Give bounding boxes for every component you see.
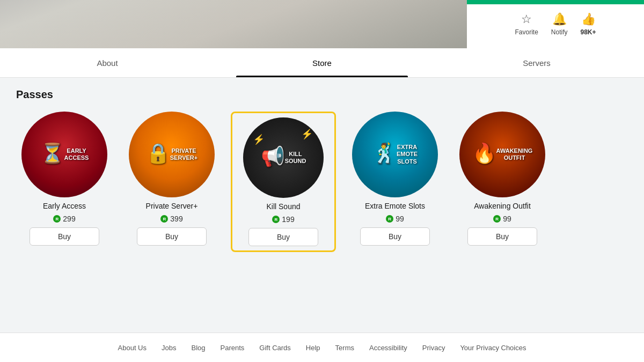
pass-price-extra-emote: R 99	[386, 215, 404, 223]
passes-grid: ⏳ EARLYACCESS Early Access R 299 Buy 🔒 P…	[16, 112, 628, 252]
footer-link-about-us[interactable]: About Us	[118, 344, 147, 352]
count-button[interactable]: 👍 98K+	[581, 12, 596, 36]
pass-name-awakening: Awakening Outfit	[474, 202, 531, 210]
footer-link-accessibility[interactable]: Accessibility	[369, 344, 407, 352]
pass-card-awakening: 🔥 AWAKENINGOUTFIT Awakening Outfit R 99 …	[454, 112, 551, 246]
robux-icon-private: R	[160, 215, 168, 223]
footer-link-parents[interactable]: Parents	[221, 344, 245, 352]
buy-button-extra-emote[interactable]: Buy	[360, 227, 430, 246]
tabs-bar: About Store Servers	[0, 48, 644, 78]
passes-title: Passes	[16, 88, 628, 101]
tab-about[interactable]: About	[0, 48, 215, 77]
thumbsup-icon: 👍	[581, 12, 596, 26]
robux-icon-early: R	[53, 215, 61, 223]
header-actions: ☆ Favorite 🔔 Notify 👍 98K+	[467, 0, 644, 48]
pass-image-early-access: ⏳ EARLYACCESS	[21, 112, 107, 197]
favorite-button[interactable]: ☆ Favorite	[515, 12, 538, 36]
pass-name-private-server: Private Server+	[146, 202, 198, 210]
buy-button-early-access[interactable]: Buy	[30, 227, 99, 246]
main-content: Passes ⏳ EARLYACCESS Early Access R 299 …	[0, 78, 644, 333]
favorite-label: Favorite	[515, 28, 538, 36]
footer-link-privacy[interactable]: Privacy	[422, 344, 445, 352]
pass-name-early-access: Early Access	[43, 202, 86, 210]
footer-link-jobs[interactable]: Jobs	[162, 344, 176, 352]
pass-image-private-server: 🔒 PRIVATESERVER+	[129, 112, 215, 197]
footer-link-blog[interactable]: Blog	[191, 344, 205, 352]
robux-icon-awakening: R	[493, 215, 501, 223]
pass-price-early-access: R 299	[53, 215, 75, 223]
pass-image-extra-emote: 🕺 EXTRAEMOTESLOTS	[352, 112, 438, 197]
green-top-bar	[467, 0, 644, 4]
bell-icon: 🔔	[552, 12, 567, 26]
pass-image-kill-sound: 📢 KILLSOUND	[243, 117, 324, 198]
footer-link-gift-cards[interactable]: Gift Cards	[259, 344, 291, 352]
pass-card-early-access: ⏳ EARLYACCESS Early Access R 299 Buy	[16, 112, 113, 246]
footer: About Us Jobs Blog Parents Gift Cards He…	[0, 333, 644, 362]
fire-icon: 🔥	[472, 142, 496, 165]
lock-icon: 🔒	[146, 142, 170, 165]
hourglass-icon: ⏳	[40, 142, 64, 165]
pass-card-private-server: 🔒 PRIVATESERVER+ Private Server+ R 399 B…	[123, 112, 220, 246]
tab-servers[interactable]: Servers	[429, 48, 644, 77]
robux-icon-kill: R	[272, 216, 280, 223]
notify-label: Notify	[551, 28, 568, 36]
pass-name-extra-emote: Extra Emote Slots	[365, 202, 425, 210]
pass-card-kill-sound: 📢 KILLSOUND Kill Sound R 199 Buy	[231, 112, 336, 252]
footer-link-terms[interactable]: Terms	[335, 344, 354, 352]
header-image	[0, 0, 467, 48]
tab-store[interactable]: Store	[215, 48, 429, 77]
notify-button[interactable]: 🔔 Notify	[551, 12, 568, 36]
pass-price-awakening: R 99	[493, 215, 511, 223]
header: ☆ Favorite 🔔 Notify 👍 98K+	[0, 0, 644, 48]
star-icon: ☆	[521, 12, 532, 26]
robux-icon-extra: R	[386, 215, 393, 223]
buy-button-private-server[interactable]: Buy	[137, 227, 207, 246]
buy-button-awakening[interactable]: Buy	[467, 227, 537, 246]
footer-link-help[interactable]: Help	[306, 344, 320, 352]
footer-link-your-privacy[interactable]: Your Privacy Choices	[460, 344, 526, 352]
pass-name-kill-sound: Kill Sound	[266, 202, 300, 211]
buy-button-kill-sound[interactable]: Buy	[248, 228, 318, 246]
dancer-icon: 🕺	[372, 142, 397, 165]
pass-price-kill-sound: R 199	[272, 215, 294, 224]
pass-card-extra-emote: 🕺 EXTRAEMOTESLOTS Extra Emote Slots R 99…	[347, 112, 443, 246]
pass-price-private-server: R 399	[160, 215, 182, 223]
megaphone-icon: 📢	[261, 145, 285, 168]
pass-image-awakening: 🔥 AWAKENINGOUTFIT	[459, 112, 545, 197]
count-label: 98K+	[581, 28, 596, 36]
